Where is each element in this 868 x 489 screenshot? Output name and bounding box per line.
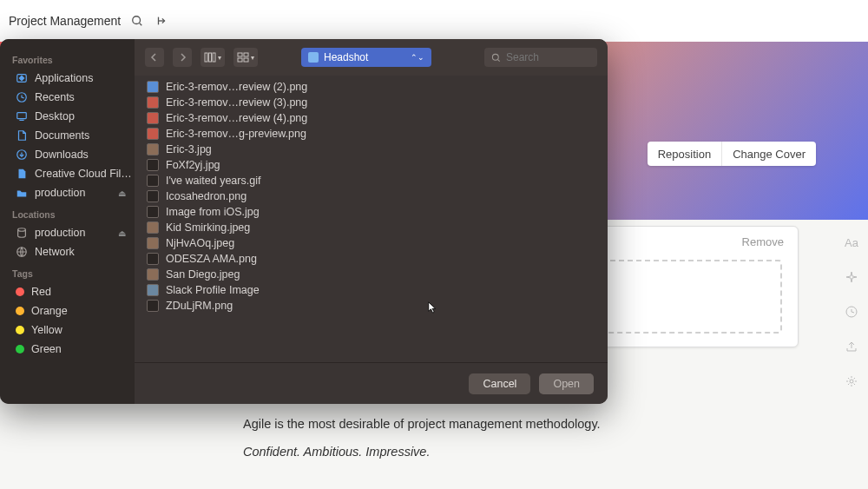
sidebar-item-creative-cloud-fil-[interactable]: Creative Cloud Fil… — [10, 164, 135, 183]
sidebar-item-production[interactable]: production⏏ — [10, 223, 135, 242]
change-cover-button[interactable]: Change Cover — [721, 142, 816, 166]
file-name: Eric-3-remov…review (2).png — [166, 81, 307, 93]
open-button[interactable]: Open — [539, 373, 594, 394]
search-input[interactable] — [506, 51, 584, 63]
file-row[interactable]: ZDuLjRM.png — [135, 298, 608, 314]
current-folder-name: Headshot — [324, 51, 368, 63]
down-icon — [16, 149, 28, 161]
file-row[interactable]: San Diego.jpeg — [135, 267, 608, 282]
sidebar-item-network[interactable]: Network — [10, 242, 135, 261]
svg-rect-17 — [238, 58, 242, 62]
tag-orange[interactable]: Orange — [10, 301, 135, 320]
file-row[interactable]: FoXf2yj.jpg — [135, 157, 608, 173]
eject-icon[interactable]: ⏏ — [118, 188, 129, 198]
file-name: FoXf2yj.jpg — [166, 159, 220, 171]
tag-yellow[interactable]: Yellow — [10, 320, 135, 340]
file-thumb-icon — [147, 284, 159, 296]
tag-green[interactable]: Green — [10, 340, 135, 359]
svg-rect-16 — [244, 53, 248, 56]
file-row[interactable]: Eric-3-remov…g-preview.png — [135, 126, 608, 142]
file-thumb-icon — [147, 190, 159, 202]
search-field[interactable] — [484, 48, 597, 67]
file-row[interactable]: Image from iOS.jpg — [135, 204, 608, 220]
file-name: San Diego.jpeg — [166, 268, 240, 281]
view-grid-button[interactable]: ▾ — [233, 48, 258, 67]
file-thumb-icon — [147, 206, 159, 218]
folder-picker[interactable]: Headshot ⌃⌄ — [301, 48, 431, 67]
tag-dot-icon — [16, 345, 24, 354]
file-row[interactable]: ODESZA AMA.png — [135, 251, 608, 267]
nav-back-button[interactable] — [145, 48, 164, 67]
file-row[interactable]: NjHvAOq.jpeg — [135, 235, 608, 251]
folder-icon — [16, 187, 28, 199]
file-row[interactable]: Eric-3-remov…review (4).png — [135, 110, 608, 126]
sparkle-icon[interactable] — [844, 269, 859, 285]
file-thumb-icon — [147, 143, 159, 155]
file-list[interactable]: Eric-3-remov…review (2).png Eric-3-remov… — [135, 76, 608, 362]
svg-line-1 — [140, 23, 142, 26]
file-row[interactable]: Eric-3-remov…review (3).png — [135, 95, 608, 110]
file-thumb-icon — [147, 237, 159, 249]
sidebar-item-recents[interactable]: Recents — [10, 88, 135, 107]
sidebar-item-documents[interactable]: Documents — [10, 126, 135, 145]
file-name: Icosahedron.png — [166, 190, 247, 202]
eject-icon[interactable]: ⏏ — [118, 228, 129, 238]
view-columns-button[interactable]: ▾ — [201, 48, 225, 67]
file-name: Kid Smirking.jpeg — [166, 221, 250, 234]
file-thumb-icon — [147, 159, 159, 171]
reposition-button[interactable]: Reposition — [648, 142, 721, 166]
tag-dot-icon — [16, 326, 24, 334]
file-name: Eric-3-remov…review (4).png — [166, 112, 307, 124]
file-row[interactable]: Kid Smirking.jpeg — [135, 220, 608, 235]
file-name: Eric-3.jpg — [166, 143, 212, 155]
sidebar-item-downloads[interactable]: Downloads — [10, 145, 135, 164]
file-thumb-icon — [147, 175, 159, 187]
sidebar-item-label: Network — [35, 246, 75, 258]
tag-label: Yellow — [31, 324, 62, 336]
sidebar-item-desktop[interactable]: Desktop — [10, 107, 135, 126]
sidebar-item-applications[interactable]: Applications — [10, 69, 135, 88]
sidebar-item-label: Recents — [35, 91, 75, 103]
file-row[interactable]: Eric-3-remov…review (2).png — [135, 79, 608, 95]
file-row[interactable]: Eric-3.jpg — [135, 142, 608, 157]
file-thumb-icon — [147, 96, 159, 109]
file-row[interactable]: Slack Profile Image — [135, 282, 608, 298]
file-row[interactable]: I've waited years.gif — [135, 173, 608, 188]
file-icon — [16, 168, 28, 180]
tag-label: Red — [31, 286, 51, 298]
body-line-2[interactable]: Confident. Ambitious. Impressive. — [243, 445, 816, 459]
file-open-dialog: Favorites Applications Recents Desktop D… — [0, 39, 608, 404]
file-thumb-icon — [147, 128, 159, 140]
share-icon[interactable] — [844, 339, 859, 354]
clock-icon[interactable] — [154, 13, 169, 29]
nav-forward-button[interactable] — [173, 48, 192, 67]
file-thumb-icon — [147, 300, 159, 312]
svg-point-0 — [133, 17, 141, 24]
page-body-text: Agile is the most desirable of project m… — [243, 417, 816, 472]
gear-icon[interactable] — [844, 373, 859, 389]
sidebar-section-locations: Locations — [12, 209, 135, 220]
file-name: I've waited years.gif — [166, 175, 260, 187]
svg-point-19 — [492, 54, 498, 60]
clock-icon[interactable] — [844, 304, 859, 320]
svg-line-20 — [498, 59, 500, 61]
page-title[interactable]: Project Management — [9, 14, 121, 28]
tag-label: Orange — [31, 305, 68, 317]
finder-footer: Cancel Open — [135, 362, 608, 404]
svg-rect-13 — [209, 53, 212, 62]
tag-label: Green — [31, 343, 62, 355]
sidebar-item-label: Downloads — [35, 149, 89, 161]
cover-actions: Reposition Change Cover — [648, 142, 816, 166]
font-icon[interactable]: Aa — [844, 235, 859, 250]
cancel-button[interactable]: Cancel — [469, 373, 530, 394]
desk-icon — [16, 110, 28, 122]
body-line-1[interactable]: Agile is the most desirable of project m… — [243, 417, 816, 431]
svg-rect-7 — [17, 113, 27, 119]
sidebar-item-production[interactable]: production⏏ — [10, 183, 135, 202]
search-icon[interactable] — [129, 13, 145, 29]
remove-button[interactable]: Remove — [742, 235, 784, 248]
file-name: NjHvAOq.jpeg — [166, 237, 234, 249]
file-row[interactable]: Icosahedron.png — [135, 188, 608, 204]
file-thumb-icon — [147, 112, 159, 124]
tag-red[interactable]: Red — [10, 282, 135, 301]
